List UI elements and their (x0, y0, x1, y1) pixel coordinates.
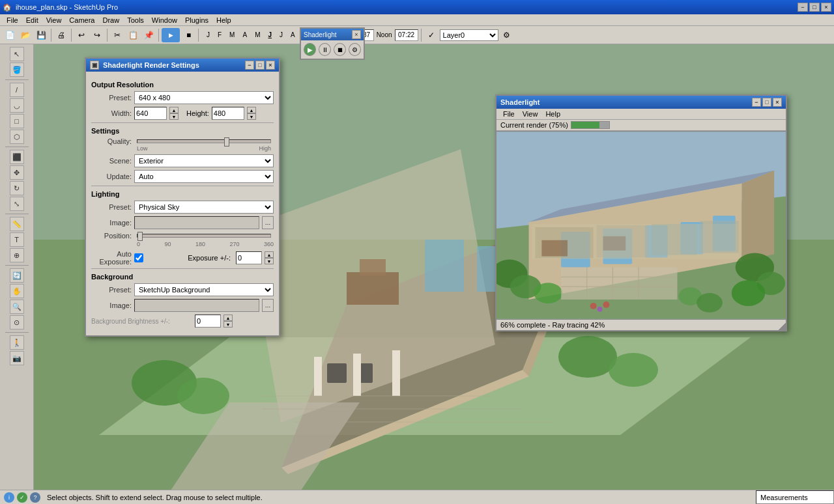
tool-arc[interactable]: ◡ (10, 98, 24, 113)
exposure-spinner[interactable]: ▲ ▼ (265, 251, 274, 264)
month-f[interactable]: F (215, 30, 224, 40)
open-button[interactable]: 📂 (18, 28, 33, 42)
menu-window[interactable]: Window (148, 14, 181, 26)
menu-draw[interactable]: Draw (98, 14, 123, 26)
quality-slider-track[interactable] (137, 139, 271, 143)
sl-stop-btn[interactable]: ⏹ (334, 43, 346, 56)
menu-camera[interactable]: Camera (65, 14, 98, 26)
render-menu-file[interactable]: File (499, 109, 519, 119)
month-j3[interactable]: J (277, 30, 285, 40)
layer-settings-btn[interactable]: ⚙ (500, 28, 514, 42)
render-close-btn[interactable]: × (773, 98, 782, 107)
position-slider[interactable] (137, 234, 271, 238)
paste-button[interactable]: 📌 (141, 28, 156, 42)
menu-plugins[interactable]: Plugins (181, 14, 212, 26)
month-j1[interactable]: J (204, 30, 212, 40)
menu-tools[interactable]: Tools (123, 14, 148, 26)
brightness-input[interactable] (195, 315, 221, 328)
save-button[interactable]: 💾 (34, 28, 48, 42)
menu-edit[interactable]: Edit (22, 14, 42, 26)
tool-paint[interactable]: 🪣 (10, 63, 24, 77)
tool-tape[interactable]: 📏 (10, 217, 24, 231)
menu-help[interactable]: Help (212, 14, 235, 26)
menu-view[interactable]: View (42, 14, 66, 26)
exposure-input[interactable] (236, 251, 262, 264)
tool-line[interactable]: / (10, 83, 24, 97)
copy-button[interactable]: 📋 (126, 28, 140, 42)
redo-button[interactable]: ↪ (90, 28, 104, 42)
tool-rotate[interactable]: ↻ (10, 181, 24, 195)
width-up-arrow[interactable]: ▲ (169, 107, 179, 113)
background-image-input[interactable] (134, 299, 259, 312)
tool-scale[interactable]: ⤡ (10, 197, 24, 211)
tool-pan[interactable]: ✋ (10, 284, 24, 298)
month-j2[interactable]: J (265, 30, 274, 40)
undo-button[interactable]: ↩ (74, 28, 89, 42)
sl-render-btn[interactable]: ▶ (304, 43, 316, 56)
height-down-arrow[interactable]: ▼ (247, 113, 256, 120)
month-m1[interactable]: M (227, 30, 237, 40)
tool-walk[interactable]: 🚶 (10, 335, 24, 350)
time-input-2[interactable] (395, 29, 418, 41)
tool-push[interactable]: ⬛ (10, 150, 24, 164)
month-a1[interactable]: A (240, 30, 250, 40)
sl-pause-btn[interactable]: ⏸ (319, 43, 331, 56)
shaderlight-toolbar-title[interactable]: Shaderlight × (301, 29, 364, 40)
width-input[interactable] (134, 107, 167, 120)
tool-polygon[interactable]: ⬡ (10, 130, 24, 144)
render-settings-min[interactable]: − (245, 61, 254, 70)
render-window-title-bar[interactable]: Shaderlight − □ × (496, 96, 786, 109)
tool-zoom-ext[interactable]: ⊙ (10, 315, 24, 329)
render-menu-help[interactable]: Help (541, 109, 564, 119)
new-button[interactable]: 📄 (3, 28, 17, 42)
tool-axes[interactable]: ⊕ (10, 248, 24, 262)
tool-zoom[interactable]: 🔍 (10, 300, 24, 314)
width-spinner[interactable]: ▲ ▼ (169, 107, 179, 120)
position-thumb[interactable] (137, 232, 143, 241)
height-input[interactable] (212, 107, 244, 120)
render-settings-max[interactable]: □ (255, 61, 265, 70)
quality-slider-thumb[interactable] (224, 137, 229, 147)
lighting-browse-btn[interactable]: … (262, 216, 274, 229)
render-settings-close[interactable]: × (266, 61, 275, 70)
brightness-down[interactable]: ▼ (223, 321, 233, 328)
render-menu-view[interactable]: View (519, 109, 542, 119)
background-browse-btn[interactable]: … (262, 299, 274, 312)
background-preset-select[interactable]: SketchUp Background Custom None (134, 283, 274, 296)
scene-select[interactable]: Exterior Interior (134, 154, 274, 167)
height-up-arrow[interactable]: ▲ (247, 107, 256, 113)
render-min-btn[interactable]: − (752, 98, 761, 107)
maximize-button[interactable]: □ (809, 3, 820, 12)
cut-button[interactable]: ✂ (110, 28, 124, 42)
month-a2[interactable]: A (288, 30, 298, 40)
width-down-arrow[interactable]: ▼ (169, 113, 179, 120)
tool-rect[interactable]: □ (10, 114, 24, 128)
brightness-spinner[interactable]: ▲ ▼ (223, 315, 233, 328)
tool-select[interactable]: ↖ (10, 47, 24, 61)
exposure-up[interactable]: ▲ (265, 251, 274, 258)
lighting-image-input[interactable] (134, 216, 259, 229)
sl-settings-btn[interactable]: ⚙ (349, 43, 361, 56)
layer-dropdown[interactable]: Layer0 (440, 29, 498, 41)
resolution-preset-select[interactable]: 640 x 480 800 x 600 1024 x 768 Custom (134, 91, 274, 104)
menu-file[interactable]: File (3, 14, 22, 26)
tool-move[interactable]: ✥ (10, 165, 24, 180)
render-btn[interactable]: ▶ (162, 28, 180, 42)
exposure-down[interactable]: ▼ (265, 258, 274, 264)
tool-camera[interactable]: 📷 (10, 351, 24, 365)
render-resize-handle[interactable] (778, 322, 786, 330)
print-button[interactable]: 🖨 (54, 28, 68, 42)
height-spinner[interactable]: ▲ ▼ (247, 107, 256, 120)
render-max-btn[interactable]: □ (762, 98, 771, 107)
minimize-button[interactable]: − (798, 3, 808, 12)
auto-exposure-checkbox[interactable] (134, 253, 143, 262)
tool-text[interactable]: T (10, 232, 24, 247)
tool-orbit[interactable]: 🔄 (10, 268, 24, 283)
update-select[interactable]: Auto Manual (134, 170, 274, 183)
render-settings-title-bar[interactable]: ▣ Shaderlight Render Settings − □ × (86, 59, 279, 72)
render-stop[interactable]: ⏹ (181, 28, 195, 42)
close-button[interactable]: × (821, 3, 831, 12)
brightness-up[interactable]: ▲ (223, 315, 233, 321)
shaderlight-close-btn[interactable]: × (352, 30, 361, 39)
month-m2[interactable]: M (252, 30, 263, 40)
